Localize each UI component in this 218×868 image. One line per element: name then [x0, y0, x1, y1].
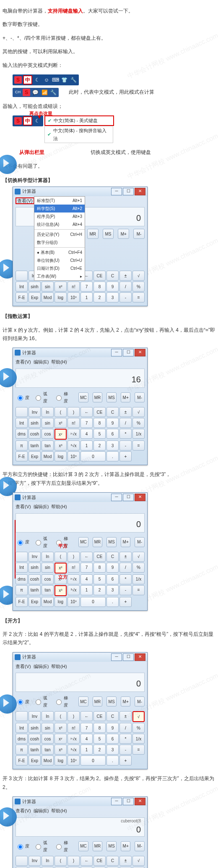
key-sqrt[interactable]: √	[132, 552, 145, 562]
key-fe[interactable]: F-E	[16, 292, 28, 302]
menu-item[interactable]: 工作表(W)▸	[34, 272, 85, 280]
key-mr[interactable]: MR	[87, 229, 99, 239]
key-cbrt[interactable]: ³√x	[67, 745, 80, 755]
key-3[interactable]: 3	[106, 292, 119, 302]
menu-help[interactable]: 帮助(H)	[51, 664, 67, 669]
key-9[interactable]: 9	[106, 563, 119, 573]
key-mplus[interactable]: M+	[121, 537, 131, 547]
key-inv[interactable]: Inv	[29, 552, 41, 562]
key-pi[interactable]: π	[16, 440, 28, 451]
key-9[interactable]: 9	[106, 282, 119, 292]
key-eq[interactable]: =	[132, 292, 145, 302]
key-inv1x[interactable]: 1/x	[132, 734, 145, 744]
key-log[interactable]: log	[54, 597, 67, 607]
key-mminus[interactable]: M-	[135, 696, 145, 707]
key-ce[interactable]: CE	[93, 407, 106, 417]
radio-grad[interactable]: 梯度	[54, 390, 70, 405]
key-c[interactable]: C	[106, 552, 119, 562]
menu-edit[interactable]: 编辑(E)	[34, 359, 49, 364]
menu-item[interactable]: 标准型(T)Alt+1	[34, 197, 85, 205]
key-sqrt[interactable]: √	[132, 856, 145, 866]
key-6[interactable]: 6	[106, 734, 119, 744]
key-cosh[interactable]: cosh	[29, 734, 41, 744]
key-inv[interactable]: Inv	[29, 711, 41, 721]
key-cbrt[interactable]: ³√x	[67, 440, 80, 451]
key-blank[interactable]	[16, 856, 28, 866]
key-sub[interactable]: -	[119, 585, 132, 595]
key-nfac[interactable]: n!	[67, 418, 80, 428]
key-sin[interactable]: sin	[42, 418, 54, 428]
key-0[interactable]: 0	[80, 597, 106, 607]
key-eq[interactable]: =	[132, 585, 145, 595]
key-mr[interactable]: MR	[93, 841, 103, 851]
key-rparen[interactable]: )	[67, 856, 80, 866]
key-ln[interactable]: ln	[42, 552, 54, 562]
key-add[interactable]: +	[119, 597, 132, 607]
menu-view[interactable]: 查看(V)	[16, 504, 31, 509]
key-c[interactable]: C	[106, 271, 119, 281]
key-mplus[interactable]: M+	[121, 392, 131, 402]
key-sinh[interactable]: sinh	[29, 723, 41, 733]
key-5[interactable]: 5	[93, 429, 106, 439]
key-mminus[interactable]: M-	[133, 229, 145, 239]
key-mplus[interactable]: M+	[121, 696, 131, 707]
close-button[interactable]: ✕	[135, 653, 145, 661]
maximize-button[interactable]: ☐	[123, 494, 134, 501]
key-fe[interactable]: F-E	[16, 597, 28, 607]
key-back[interactable]: ←	[80, 856, 93, 866]
ime-menu-item[interactable]: ✔中文(简体) - 搜狗拼音输入法	[44, 126, 113, 143]
key-ms[interactable]: MS	[103, 229, 114, 239]
key-yroot[interactable]: ʸ√x	[67, 574, 80, 584]
key-4[interactable]: 4	[80, 574, 93, 584]
key-inv1x[interactable]: 1/x	[132, 574, 145, 584]
key-x3[interactable]: x³	[54, 585, 67, 596]
menu-item[interactable]: 日期计算(D)Ctrl+E	[34, 264, 85, 272]
minimize-button[interactable]: ─	[111, 798, 122, 805]
face-icon[interactable]: ☺	[43, 76, 50, 84]
menu-edit[interactable]: 编辑(E)	[34, 808, 49, 813]
key-sin[interactable]: sin	[42, 563, 54, 573]
key-rparen[interactable]: )	[67, 552, 80, 562]
key-mr[interactable]: MR	[93, 392, 103, 402]
key-sqrt[interactable]: √	[132, 711, 145, 722]
key-10x[interactable]: 10ˣ	[67, 292, 80, 302]
key-3[interactable]: 3	[106, 585, 119, 595]
radio-rad[interactable]: 弧度	[34, 390, 50, 405]
key-x2[interactable]: x²	[54, 563, 67, 574]
radio-deg[interactable]: 度	[16, 842, 29, 850]
key-dms[interactable]: dms	[16, 734, 28, 744]
key-sub[interactable]: -	[119, 440, 132, 451]
maximize-button[interactable]: ☐	[123, 798, 134, 805]
key-c[interactable]: C	[106, 711, 119, 721]
key-back[interactable]: ←	[80, 711, 93, 721]
key-9[interactable]: 9	[106, 723, 119, 733]
key-7[interactable]: 7	[80, 723, 93, 733]
key-6[interactable]: 6	[106, 429, 119, 439]
key-2[interactable]: 2	[93, 440, 106, 451]
key-2[interactable]: 2	[93, 585, 106, 595]
key-x3[interactable]: x³	[54, 440, 67, 451]
menu-item[interactable]: 数字分组(I)	[34, 238, 85, 246]
key-div[interactable]: /	[119, 418, 132, 428]
key-8[interactable]: 8	[93, 418, 106, 428]
key-mplus[interactable]: M+	[118, 229, 129, 239]
radio-rad[interactable]: 弧度	[34, 535, 50, 549]
key-cos[interactable]: cos	[42, 574, 54, 584]
key-mc[interactable]: MC	[78, 696, 88, 707]
sogou-icon[interactable]: S	[14, 76, 22, 84]
key-div[interactable]: /	[119, 563, 132, 573]
key-cos[interactable]: cos	[42, 734, 54, 744]
skin-icon[interactable]: 👕	[61, 76, 68, 84]
key-3[interactable]: 3	[106, 440, 119, 451]
key-mod[interactable]: Mod	[42, 451, 54, 461]
key-mod[interactable]: Mod	[42, 755, 54, 766]
key-dot[interactable]: .	[106, 755, 119, 766]
key-sinh[interactable]: sinh	[29, 563, 41, 573]
key-xy[interactable]: xʸ	[54, 734, 67, 744]
key-mr[interactable]: MR	[93, 537, 103, 547]
key-x2[interactable]: x²	[54, 282, 67, 292]
key-ln[interactable]: ln	[42, 711, 54, 721]
menu-help[interactable]: 帮助(H)	[51, 504, 67, 509]
key-0[interactable]: 0	[80, 755, 106, 766]
key-sin[interactable]: sin	[42, 282, 54, 292]
